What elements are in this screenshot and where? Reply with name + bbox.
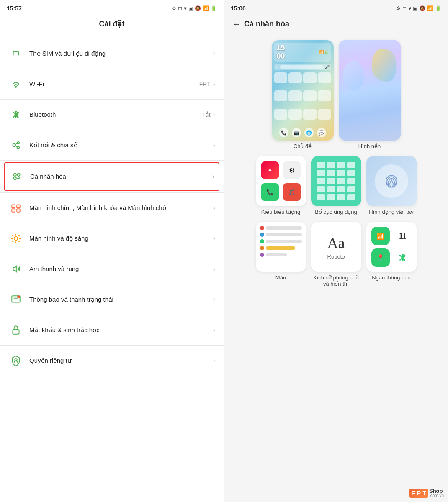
grid-item-fingerprint[interactable]: Hình động vân tay bbox=[366, 156, 417, 215]
wifi-text: Wi-Fi bbox=[29, 80, 199, 88]
settings-item-bluetooth[interactable]: Bluetooth Tắt › bbox=[0, 101, 224, 128]
settings-item-personalize[interactable]: Cá nhân hóa › bbox=[4, 162, 219, 191]
layout-dot-12 bbox=[347, 178, 355, 184]
wifi-value: FRT bbox=[199, 81, 211, 87]
layout-dot-6 bbox=[327, 170, 335, 176]
divider-2 bbox=[0, 99, 224, 100]
layout-dot-3 bbox=[337, 162, 345, 168]
chu-de-label: Chủ đề bbox=[294, 143, 312, 149]
right-title-bar: ← Cá nhân hóa bbox=[224, 15, 448, 33]
color-dot-purple bbox=[260, 253, 264, 257]
font-aa-text: Aa bbox=[327, 234, 345, 252]
settings-item-password[interactable]: Mật khẩu & sinh trắc học › bbox=[0, 317, 224, 343]
layout-dot-20 bbox=[347, 194, 355, 200]
settings-item-connect[interactable]: Kết nối & chia sẻ › bbox=[0, 132, 224, 159]
display-chevron: › bbox=[213, 235, 215, 242]
back-button[interactable]: ← bbox=[232, 19, 241, 29]
settings-title-bar: Cài đặt bbox=[0, 15, 224, 33]
password-chevron: › bbox=[213, 326, 215, 334]
grid-item-bo-cuc[interactable]: Bố cục ứng dụng bbox=[311, 156, 361, 215]
svg-rect-12 bbox=[12, 205, 15, 208]
layout-dot-16 bbox=[347, 186, 355, 192]
settings-item-privacy[interactable]: Quyền riêng tư › bbox=[0, 347, 224, 374]
settings-item-screens[interactable]: Màn hình chính, Màn hình khóa và Màn hìn… bbox=[0, 195, 224, 221]
sound-label: Âm thanh và rung bbox=[29, 265, 213, 273]
color-row-5 bbox=[260, 253, 302, 257]
divider-1 bbox=[0, 69, 224, 69]
sim-text: Thẻ SIM và dữ liệu di động bbox=[29, 49, 213, 58]
status-icons-right: ⚙ ◻ ♥ ▣ 🔕 📶 🔋 bbox=[396, 5, 441, 11]
settings-item-display[interactable]: Màn hình và độ sáng › bbox=[0, 225, 224, 252]
password-icon bbox=[8, 323, 23, 338]
bluetooth-icon bbox=[8, 107, 23, 122]
color-row-2 bbox=[260, 233, 302, 237]
svg-marker-17 bbox=[13, 266, 17, 272]
svg-point-3 bbox=[15, 86, 17, 87]
layout-dot-10 bbox=[327, 178, 335, 184]
sim-label: Thẻ SIM và dữ liệu di động bbox=[29, 49, 213, 58]
status-icons-left: ⚙ ◻ ♥ ▣ 🔕 📶 🔋 bbox=[172, 5, 217, 11]
color-dot-orange bbox=[260, 246, 264, 250]
bluetooth-label: Bluetooth bbox=[29, 110, 201, 119]
layout-dot-17 bbox=[317, 194, 325, 200]
location-icon-right: ♥ bbox=[408, 5, 411, 11]
hinh-dong-van-tay-label: Hình động vân tay bbox=[369, 209, 413, 215]
layout-dot-7 bbox=[337, 170, 345, 176]
personalize-label: Cá nhân hóa bbox=[30, 172, 212, 181]
bo-cuc-label: Bố cục ứng dụng bbox=[315, 209, 357, 215]
password-label: Mật khẩu & sinh trắc học bbox=[29, 326, 213, 334]
sound-text: Âm thanh và rung bbox=[29, 265, 213, 273]
cast-icon-left: ◻ bbox=[178, 5, 182, 11]
grid-item-kieu-bieu-tuong[interactable]: ✦ ⚙ 📞 🎵 Kiểu biểu tượng bbox=[256, 156, 306, 215]
svg-point-10 bbox=[17, 173, 20, 176]
grid-item-hinh-nen[interactable]: Hình nền bbox=[339, 40, 401, 149]
layout-dot-9 bbox=[317, 178, 325, 184]
svg-point-16 bbox=[14, 237, 18, 241]
divider-8 bbox=[0, 284, 224, 284]
notif-label: Thông báo và thanh trạng thái bbox=[29, 295, 213, 304]
icon-app-phone: 📞 bbox=[261, 183, 279, 201]
divider-7 bbox=[0, 254, 224, 254]
grid-item-notif[interactable]: 📶 𝟏𝐥 📍 Ng bbox=[366, 222, 417, 287]
settings-item-wifi[interactable]: Wi-Fi FRT › bbox=[0, 71, 224, 97]
fpt-watermark: F P T Shop .com.vn bbox=[409, 488, 444, 498]
font-name-text: Roboto bbox=[327, 254, 345, 260]
display-text: Màn hình và độ sáng bbox=[29, 234, 213, 243]
color-row-3 bbox=[260, 239, 302, 243]
fpt-logo-text: F bbox=[412, 490, 415, 497]
settings-item-sound[interactable]: Âm thanh và rung › bbox=[0, 256, 224, 282]
status-bar-left: 15:57 ⚙ ◻ ♥ ▣ 🔕 📶 🔋 bbox=[0, 0, 224, 15]
svg-line-7 bbox=[15, 143, 17, 145]
silent-icon-left: 🔕 bbox=[195, 5, 201, 11]
settings-icon-left: ⚙ bbox=[172, 5, 176, 11]
svg-point-21 bbox=[17, 295, 20, 298]
theme-card-chu-de: 1500 📶🔋 G 🎤 bbox=[272, 40, 334, 141]
color-dot-blue bbox=[260, 233, 264, 237]
grid-item-chu-de[interactable]: 1500 📶🔋 G 🎤 bbox=[272, 40, 334, 149]
settings-title: Cài đặt bbox=[99, 20, 124, 28]
personalize-chevron: › bbox=[212, 173, 214, 180]
settings-item-sim[interactable]: Thẻ SIM và dữ liệu di động › bbox=[0, 40, 224, 67]
grid-item-mau[interactable]: Màu bbox=[256, 222, 306, 287]
divider-10 bbox=[0, 345, 224, 346]
connect-text: Kết nối & chia sẻ bbox=[29, 141, 213, 149]
layout-dot-14 bbox=[327, 186, 335, 192]
left-panel: 15:57 ⚙ ◻ ♥ ▣ 🔕 📶 🔋 Cài đặt bbox=[0, 0, 224, 502]
notif-wifi-icon: 📶 bbox=[371, 227, 390, 245]
divider-9 bbox=[0, 315, 224, 315]
sound-chevron: › bbox=[213, 265, 215, 273]
privacy-label: Quyền riêng tư bbox=[29, 356, 213, 365]
theme-card-hinh-nen bbox=[339, 40, 401, 141]
wifi-label: Wi-Fi bbox=[29, 80, 199, 88]
settings-item-notif[interactable]: Thông báo và thanh trạng thái › bbox=[0, 286, 224, 313]
battery-icon-left: 🔋 bbox=[211, 5, 217, 11]
connect-chevron: › bbox=[213, 141, 215, 149]
notif-icon bbox=[8, 292, 23, 307]
fpt-logo-p: P bbox=[417, 490, 421, 497]
privacy-text: Quyền riêng tư bbox=[29, 356, 213, 365]
connect-label: Kết nối & chia sẻ bbox=[29, 141, 213, 149]
time-left: 15:57 bbox=[7, 5, 22, 12]
hinh-nen-label: Hình nền bbox=[358, 143, 381, 149]
bluetooth-text: Bluetooth bbox=[29, 110, 201, 119]
grid-item-font[interactable]: Aa Roboto Kích cỡ phông chữvà hiển thị bbox=[311, 222, 361, 287]
